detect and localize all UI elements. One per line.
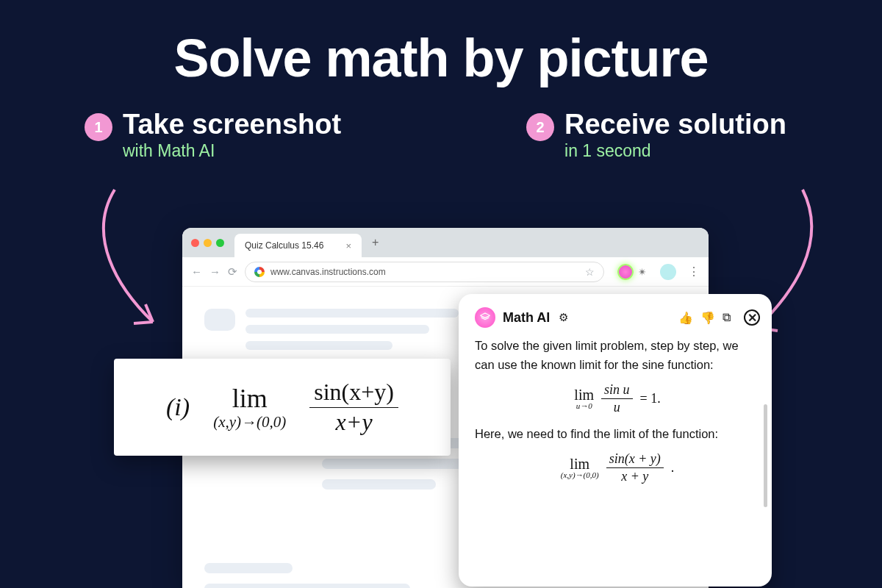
step-2-number: 2 [526,113,554,141]
browser-menu-icon[interactable]: ⋮ [688,265,700,279]
lim-subscript: (x,y)→(0,0) [561,471,599,479]
step-2: 2 Receive solution in 1 second [526,110,786,161]
lim-symbol: lim [232,385,268,412]
extensions-area: ✴ [617,264,647,280]
panel-body: To solve the given limit problem, step b… [475,337,760,484]
steps-row: 1 Take screenshot with Math AI 2 Receive… [0,88,882,161]
equation-1: lim u→0 sin u u = 1. [475,383,760,415]
arrow-left-icon [94,184,182,338]
extensions-icon[interactable]: ✴ [638,266,647,278]
skeleton-line [245,341,392,350]
solution-paragraph-1: To solve the given limit problem, step b… [475,337,760,374]
settings-icon[interactable]: ⚙ [559,311,568,324]
fraction-denominator: x + y [618,468,651,484]
fraction-denominator: x+y [331,408,377,435]
step-2-subtitle: in 1 second [564,141,786,161]
tab-close-icon[interactable]: × [345,240,351,251]
close-window-icon[interactable] [191,239,199,247]
equation-rhs: = 1. [640,389,661,409]
fraction-numerator: sin(x + y) [606,452,664,468]
step-1-title: Take screenshot [123,110,341,138]
profile-avatar[interactable] [660,264,676,280]
math-ai-logo-icon [475,307,495,328]
url-bar[interactable]: www.canvas.instructions.com ☆ [245,262,604,282]
equation-2: lim (x,y)→(0,0) sin(x + y) x + y . [475,452,760,484]
browser-tabbar: Quiz Calculus 15.46 × + [182,228,709,257]
url-text: www.canvas.instructions.com [270,267,386,277]
lim-subscript: (x,y)→(0,0) [213,415,286,430]
math-problem-card: (i) lim (x,y)→(0,0) sin(x+y) x+y [114,359,451,456]
lim-symbol: lim [570,456,589,471]
nav-forward-icon[interactable]: → [209,265,220,278]
solution-panel: Math AI ⚙ 👍 👎 ⧉ ✕ To solve the given lim… [459,294,772,587]
panel-header: Math AI ⚙ 👍 👎 ⧉ ✕ [475,307,760,328]
lim-subscript: u→0 [576,402,592,410]
nav-reload-icon[interactable]: ⟳ [228,265,237,279]
minimize-window-icon[interactable] [204,239,212,247]
nav-back-icon[interactable]: ← [191,265,202,278]
problem-label: (i) [166,393,190,421]
step-1-subtitle: with Math AI [123,141,341,161]
maximize-window-icon[interactable] [216,239,224,247]
close-panel-button[interactable]: ✕ [744,309,760,326]
browser-navbar: ← → ⟳ www.canvas.instructions.com ☆ ✴ ⋮ [182,257,709,287]
fraction-denominator: u [611,399,623,415]
step-2-title: Receive solution [564,110,786,138]
new-tab-button[interactable]: + [372,236,379,249]
skeleton-avatar [204,309,235,331]
math-ai-extension-icon[interactable] [617,264,634,280]
scrollbar[interactable] [764,404,767,507]
thumbs-up-icon[interactable]: 👍 [678,311,693,325]
skeleton-line [204,584,410,588]
equation-tail: . [671,458,675,478]
thumbs-down-icon[interactable]: 👎 [700,311,715,325]
step-1-number: 1 [85,113,112,141]
limit-expression: lim (x,y)→(0,0) [213,385,286,430]
hero-title: Solve math by picture [0,0,882,88]
browser-tab[interactable]: Quiz Calculus 15.46 × [234,234,362,257]
skeleton-line [245,309,459,318]
step-1: 1 Take screenshot with Math AI [85,110,341,161]
lim-symbol: lim [574,387,594,402]
fraction-numerator: sin u [601,383,633,399]
skeleton-line [245,325,429,334]
fraction-numerator: sin(x+y) [309,380,398,408]
google-icon [254,267,265,277]
skeleton-line [204,563,293,573]
window-controls [191,239,224,247]
tab-title: Quiz Calculus 15.46 [245,240,323,251]
copy-icon[interactable]: ⧉ [723,311,731,324]
solution-paragraph-2: Here, we need to find the limit of the f… [475,425,760,444]
panel-title: Math AI [503,310,550,326]
bookmark-icon[interactable]: ☆ [585,266,595,278]
fraction: sin(x+y) x+y [309,380,398,434]
skeleton-line [322,479,436,490]
